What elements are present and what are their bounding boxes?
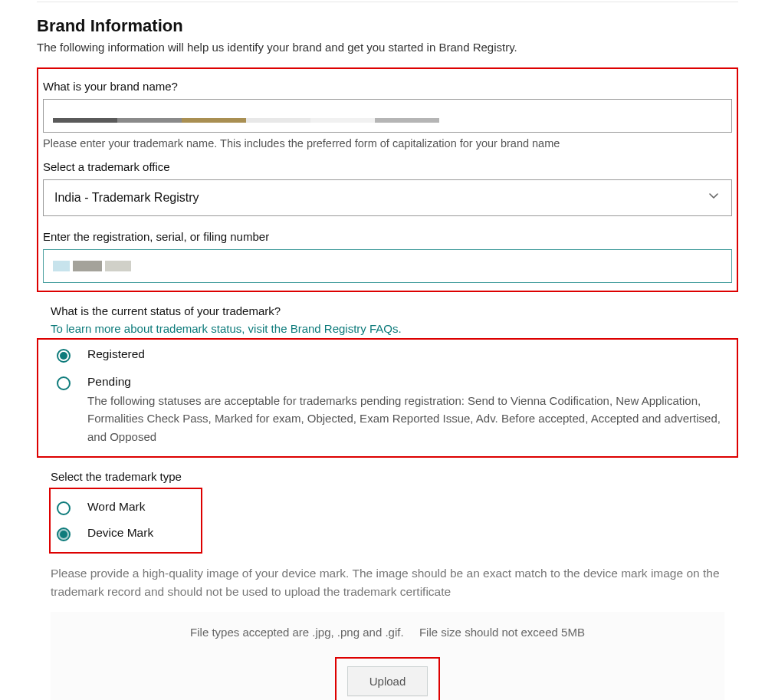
status-faq-link[interactable]: To learn more about trademark status, vi… (51, 322, 402, 335)
brand-name-input[interactable] (43, 99, 732, 133)
status-label: What is the current status of your trade… (51, 304, 738, 317)
trademark-type-label: Select the trademark type (51, 470, 738, 483)
trademark-type-word-row[interactable]: Word Mark (57, 500, 199, 515)
trademark-office-select-container: India - Trademark Registry (43, 179, 732, 216)
radio-registered[interactable] (57, 349, 71, 363)
registration-number-input[interactable] (43, 249, 732, 283)
radio-word-mark[interactable] (57, 501, 71, 515)
brand-core-fields-highlight: What is your brand name? Please enter yo… (37, 67, 738, 292)
word-mark-label: Word Mark (87, 500, 146, 514)
trademark-office-label: Select a trademark office (43, 160, 732, 173)
page-title: Brand Information (37, 16, 738, 36)
registration-number-label: Enter the registration, serial, or filin… (43, 230, 732, 243)
page-subtitle: The following information will help us i… (37, 41, 738, 54)
trademark-office-select[interactable]: India - Trademark Registry (43, 179, 732, 216)
device-mark-label: Device Mark (87, 526, 153, 540)
file-size-info: File size should not exceed 5MB (419, 626, 585, 639)
upload-button[interactable]: Upload (347, 666, 429, 696)
trademark-office-selected: India - Trademark Registry (54, 191, 199, 205)
radio-device-mark[interactable] (57, 527, 71, 541)
status-registered-row[interactable]: Registered (57, 347, 726, 363)
brand-name-label: What is your brand name? (43, 80, 732, 93)
device-image-helper: Please provide a high-quality image of y… (51, 564, 724, 601)
status-registered-label: Registered (87, 347, 145, 361)
status-options-highlight: Registered Pending The following statuse… (37, 338, 738, 458)
file-types-info: File types accepted are .jpg, .png and .… (190, 626, 404, 639)
redacted-registration-number (53, 261, 131, 274)
trademark-type-device-row[interactable]: Device Mark (57, 526, 199, 541)
upload-panel: File types accepted are .jpg, .png and .… (51, 612, 724, 700)
status-pending-row[interactable]: Pending The following statuses are accep… (57, 375, 726, 445)
radio-pending[interactable] (57, 376, 71, 390)
file-info: File types accepted are .jpg, .png and .… (66, 626, 709, 639)
trademark-type-highlight: Word Mark Device Mark (49, 488, 202, 554)
status-pending-label: Pending (87, 375, 726, 389)
top-divider (37, 2, 738, 2)
status-pending-desc: The following statuses are acceptable fo… (87, 392, 726, 445)
upload-button-highlight: Upload (335, 657, 441, 700)
brand-name-helper: Please enter your trademark name. This i… (43, 137, 732, 150)
redacted-brand-name (53, 107, 722, 124)
